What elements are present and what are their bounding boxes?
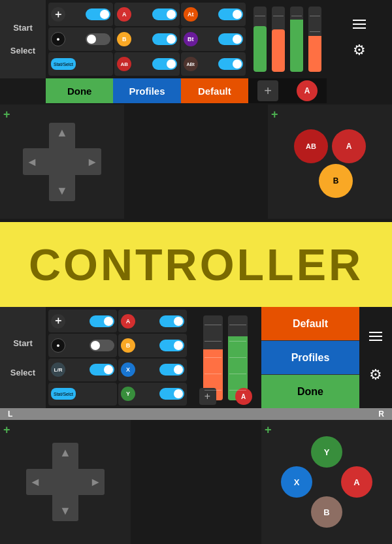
- toolbar-top: Done Profiles Default: [46, 78, 248, 103]
- toggle-b-b[interactable]: [159, 340, 184, 351]
- toggle-b[interactable]: [152, 33, 177, 45]
- toggle-plus[interactable]: [86, 8, 110, 20]
- buttons-plus-icon-bottom: +: [265, 423, 272, 437]
- grid-cell-b-b[interactable]: B: [118, 334, 187, 357]
- gear-icon-bottom[interactable]: ⚙: [369, 366, 382, 383]
- grid-cell-black-b[interactable]: ●: [48, 334, 117, 357]
- dpad-right-arrow[interactable]: ►: [86, 155, 98, 168]
- grid-cell-at[interactable]: At: [181, 3, 246, 26]
- grid-cell-a[interactable]: A: [114, 3, 179, 26]
- default-button-top[interactable]: Default: [181, 78, 248, 103]
- lr-button[interactable]: L/R: [51, 362, 65, 377]
- a-button-b[interactable]: A: [121, 314, 135, 328]
- bt-button[interactable]: Bt: [184, 32, 198, 46]
- cluster-a-button[interactable]: A: [332, 129, 366, 163]
- slider-track-2[interactable]: [272, 7, 285, 72]
- toggle-y[interactable]: [159, 388, 184, 400]
- lr-labels: L R: [0, 408, 392, 420]
- yellow-banner: CONTROLLER: [0, 222, 392, 307]
- grid-cell-bt[interactable]: Bt: [181, 27, 246, 51]
- b-button[interactable]: B: [117, 32, 131, 46]
- l-label: L: [8, 409, 12, 419]
- toggle-black-b[interactable]: [90, 340, 114, 351]
- gear-icon-top[interactable]: ⚙: [353, 42, 366, 59]
- snes-x-button[interactable]: X: [281, 466, 312, 498]
- dpad-bottom[interactable]: ▲ ▼ ◄ ►: [26, 443, 105, 521]
- start-select-top: Start Select: [0, 0, 46, 78]
- toggle-at[interactable]: [218, 8, 243, 20]
- dpad-top[interactable]: ▲ ▼ ◄ ►: [23, 123, 101, 201]
- snes-a-button[interactable]: A: [341, 466, 372, 498]
- stat-button[interactable]: Stat/Selct: [51, 58, 76, 70]
- x-button[interactable]: X: [121, 362, 135, 377]
- profiles-button-bottom[interactable]: Profiles: [261, 341, 359, 375]
- sliders-bottom: + A: [189, 307, 261, 408]
- plus-button[interactable]: ＋: [51, 7, 65, 22]
- dpad-left-arrow[interactable]: ◄: [26, 155, 38, 168]
- grid-cell-abt[interactable]: ABt: [181, 52, 246, 76]
- toggle-bt[interactable]: [218, 33, 243, 45]
- toggle-a-b[interactable]: [159, 315, 184, 327]
- grid-cell-stat[interactable]: Stat/Selct: [48, 52, 113, 76]
- toggle-x[interactable]: [159, 364, 184, 376]
- at-button[interactable]: At: [184, 7, 198, 22]
- banner-title: CONTROLLER: [29, 239, 363, 290]
- grid-cell-plus-b[interactable]: ＋: [48, 310, 117, 332]
- toggle-ab[interactable]: [152, 58, 177, 70]
- y-button[interactable]: Y: [121, 387, 135, 401]
- slider-track-4[interactable]: [308, 7, 321, 72]
- dpad-up-bottom[interactable]: ▲: [59, 446, 71, 460]
- grid-cell-lr[interactable]: L/R: [48, 359, 117, 381]
- hamburger-icon-top[interactable]: [353, 20, 366, 29]
- toggle-a[interactable]: [152, 8, 177, 20]
- dpad-down-bottom[interactable]: ▼: [59, 504, 71, 518]
- snes-b-button[interactable]: B: [311, 496, 342, 528]
- black-button[interactable]: ●: [51, 32, 65, 46]
- b-button-b[interactable]: B: [121, 338, 135, 353]
- dpad-area-bottom: + ▲ ▼ ◄ ►: [0, 420, 131, 544]
- cluster-b-button[interactable]: B: [319, 164, 353, 198]
- abt-button[interactable]: ABt: [184, 57, 198, 71]
- dpad-left-bottom[interactable]: ◄: [29, 475, 41, 489]
- snes-y-button[interactable]: Y: [311, 436, 342, 468]
- slider-track-3[interactable]: [290, 7, 303, 72]
- top-controller-section: Start Select ＋ A At ● B Bt: [0, 0, 392, 222]
- select-label-top: Select: [10, 46, 35, 56]
- grid-cell-stat-b[interactable]: Stat/Selct: [48, 383, 117, 406]
- pad-a-icon-top[interactable]: A: [297, 80, 318, 101]
- toggle-abt[interactable]: [218, 58, 243, 70]
- pad-icons-bottom: + A: [189, 388, 261, 405]
- hamburger-icon-bottom[interactable]: [369, 332, 382, 341]
- a-button[interactable]: A: [117, 7, 131, 22]
- dpad-down-arrow[interactable]: ▼: [56, 184, 68, 198]
- profiles-button-top[interactable]: Profiles: [113, 78, 180, 103]
- done-button-top[interactable]: Done: [46, 78, 113, 103]
- grid-cell-y[interactable]: Y: [118, 383, 187, 406]
- done-button-bottom[interactable]: Done: [261, 375, 359, 408]
- dpad-right-bottom[interactable]: ►: [90, 475, 101, 489]
- pad-plus-icon-top[interactable]: +: [257, 80, 278, 101]
- grid-cell-black[interactable]: ●: [48, 27, 113, 51]
- plus-button-b[interactable]: ＋: [51, 314, 65, 328]
- pad-icons-top: + A: [248, 78, 327, 103]
- btn-cluster-top: AB A B: [287, 123, 372, 201]
- toggle-black[interactable]: [86, 33, 110, 45]
- top-right-icons: ⚙: [327, 0, 392, 78]
- grid-cell-b[interactable]: B: [114, 27, 179, 51]
- black-button-b[interactable]: ●: [51, 338, 65, 353]
- toggle-lr[interactable]: [90, 364, 114, 376]
- default-button-bottom[interactable]: Default: [261, 307, 359, 341]
- cluster-ab-button[interactable]: AB: [294, 129, 328, 163]
- toggle-plus-b[interactable]: [90, 315, 114, 327]
- slider-bottom-1[interactable]: [203, 315, 223, 400]
- grid-cell-ab[interactable]: AB: [114, 52, 179, 76]
- dpad-up-arrow[interactable]: ▲: [56, 126, 68, 140]
- stat-button-b[interactable]: Stat/Selct: [51, 388, 76, 400]
- grid-cell-plus[interactable]: ＋: [48, 3, 113, 26]
- slider-track-1[interactable]: [253, 7, 267, 72]
- grid-cell-x[interactable]: X: [118, 359, 187, 381]
- control-grid-bottom: ＋ A ● B L/R X Stat/Selct Y: [46, 307, 189, 408]
- grid-cell-a-b[interactable]: A: [118, 310, 187, 332]
- ab-button[interactable]: AB: [117, 57, 131, 71]
- slider-bottom-2[interactable]: [228, 315, 248, 400]
